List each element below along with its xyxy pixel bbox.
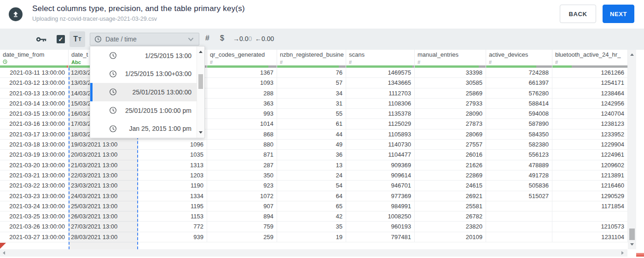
cell[interactable]: 42 [277,211,346,221]
cell[interactable]: 49 [277,140,346,149]
cell[interactable]: 515027 [486,191,552,201]
cell[interactable]: 61 [277,119,346,129]
column-header-active_devices[interactable]: active_devices# [486,50,552,68]
dropdown-scroll-down-arrow[interactable] [199,131,203,134]
cell[interactable]: 1313 [138,160,207,170]
cell[interactable]: 35 [277,222,346,231]
cell[interactable]: 576280 [486,88,552,98]
cell[interactable]: 26/03/2021 13:00 [69,211,138,221]
cell[interactable]: 1343665 [346,78,415,88]
cell[interactable]: 20/03/2021 13:00 [69,150,138,159]
cell[interactable]: 909614 [346,170,415,180]
column-type-select[interactable]: Date / time [90,33,199,46]
cell[interactable]: 21/03/2021 13:00 [69,160,138,170]
cell[interactable]: 28090 [415,109,486,118]
cell[interactable]: 478889 [486,160,552,170]
cell[interactable]: 19/03/2021 13:00 [69,140,138,149]
cell[interactable]: 1108306 [346,99,415,108]
cell[interactable]: 34 [277,88,346,98]
cell[interactable] [552,211,628,221]
cell[interactable] [486,201,552,211]
cell[interactable]: 946701 [346,181,415,190]
cell[interactable]: 23820 [415,222,486,231]
decimal-increase-button[interactable]: →0.00 [233,35,252,42]
cell[interactable]: 1210573 [552,222,628,231]
cell[interactable]: 1014 [207,119,277,129]
cell[interactable]: 1112703 [346,88,415,98]
cell[interactable]: 2021-03-16 13:00:00 [0,119,69,129]
horizontal-scrollbar[interactable] [0,249,627,257]
cell[interactable]: 1367 [207,68,277,77]
cell[interactable]: 23/03/2021 13:00 [69,181,138,190]
format-option[interactable]: 25/01/2015 13:00:00 [90,83,197,101]
column-header-manual_entries[interactable]: manual_entries# [415,50,486,68]
cell[interactable]: 505836 [486,181,552,190]
cell[interactable]: 24615 [415,181,486,190]
cell[interactable]: 2021-03-27 13:00:00 [0,232,69,242]
cell[interactable]: 1254171 [552,78,628,88]
cell[interactable]: 22869 [415,170,486,180]
cell[interactable]: 894 [207,211,277,221]
cell[interactable]: 907 [207,201,277,211]
cell[interactable]: 1216460 [552,181,628,190]
cell[interactable]: 27933 [415,99,486,108]
cell[interactable]: 1233952 [552,129,628,139]
cell[interactable]: 30585 [415,78,486,88]
cell[interactable]: 21626 [415,160,486,170]
cell[interactable]: 2021-03-23 13:00:00 [0,191,69,201]
decimal-decrease-button[interactable]: ←0.00 [255,35,274,42]
cell[interactable]: 594008 [486,109,552,118]
cell[interactable]: 2021-03-20 13:00:00 [0,160,69,170]
format-option[interactable]: 1/25/2015 13:00 [90,47,197,65]
cell[interactable]: 2021-03-13 13:00:00 [0,88,69,98]
format-option[interactable]: 25/01/2015 1:00:00 pm [90,101,197,120]
format-option[interactable]: Jan 25, 2015 1:00 pm [90,119,197,138]
cell[interactable]: 20109 [415,232,486,242]
cell[interactable]: 2021-03-17 13:00:00 [0,129,69,139]
cell[interactable]: 44 [277,129,346,139]
cell[interactable]: 2021-03-18 13:00:00 [0,140,69,149]
cell[interactable] [486,211,552,221]
cell[interactable]: 1238123 [552,119,628,129]
cell[interactable]: 25/03/2021 13:00 [69,201,138,211]
cell[interactable]: 977369 [346,191,415,201]
cell[interactable] [486,222,552,231]
cell[interactable]: 1140730 [346,140,415,149]
cell[interactable]: 584350 [486,129,552,139]
column-header-scans[interactable]: scans# [346,50,415,68]
key-icon[interactable] [36,36,46,45]
cell[interactable]: 26016 [415,150,486,159]
cell[interactable]: 1213891 [552,170,628,180]
cell[interactable]: 22/03/2021 13:00 [69,170,138,180]
cell[interactable]: 1125029 [346,119,415,129]
cell[interactable]: 24/03/2021 13:00 [69,191,138,201]
cell[interactable]: 13 [277,160,346,170]
cell[interactable]: 1261266 [552,68,628,77]
currency-type-button[interactable]: $ [220,34,224,42]
cell[interactable]: 27557 [415,140,486,149]
cell[interactable]: 724288 [486,68,552,77]
format-option[interactable]: 1/25/2015 13:00+03:00 [90,65,197,83]
cell[interactable]: 287 [207,160,277,170]
cell[interactable]: 587890 [486,119,552,129]
cell[interactable]: 259 [207,232,277,242]
cell[interactable]: 26921 [415,191,486,201]
cell[interactable]: 1171854 [552,201,628,211]
dropdown-scroll-up-arrow[interactable] [199,51,203,53]
cell[interactable]: 1242956 [552,99,628,108]
cell[interactable]: 57 [277,78,346,88]
cell[interactable]: 25581 [415,201,486,211]
cell[interactable]: 31 [277,99,346,108]
cell[interactable]: 909369 [346,160,415,170]
dropdown-scrollbar[interactable] [197,47,204,138]
cell[interactable]: 1008250 [346,211,415,221]
cell[interactable]: 24 [277,170,346,180]
cell[interactable]: 871 [207,150,277,159]
cell[interactable]: 2021-03-19 13:00:00 [0,150,69,159]
column-header-nzbn_registered_busine[interactable]: nzbn_registered_busine# [277,50,346,68]
cell[interactable]: 1195 [138,201,207,211]
primary-key-checkbox[interactable] [57,35,65,43]
cell[interactable]: 1072 [207,191,277,201]
cell[interactable]: 2021-03-12 13:00:00 [0,78,69,88]
cell[interactable]: 27/03/2021 13:00 [69,222,138,231]
